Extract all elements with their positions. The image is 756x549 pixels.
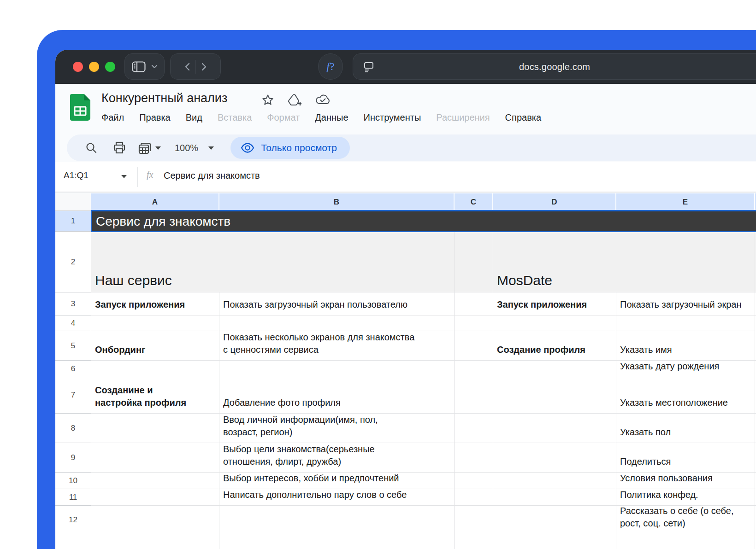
menu-tools[interactable]: Инструменты (364, 112, 421, 123)
cell-a4[interactable] (91, 315, 219, 331)
back-button[interactable] (184, 63, 190, 71)
paint-format-caret-icon[interactable] (155, 146, 161, 150)
cell-e8[interactable]: Указать пол (616, 414, 755, 443)
cell-c12[interactable] (455, 506, 493, 534)
cell-d13[interactable] (493, 534, 616, 549)
formula-bar-value[interactable]: Сервис для знакомств (164, 170, 260, 181)
cell-d9[interactable] (493, 443, 616, 473)
cloud-saved-icon[interactable] (315, 94, 330, 106)
menu-data[interactable]: Данные (315, 112, 348, 123)
row-header-3[interactable]: 3 (55, 292, 91, 315)
search-icon[interactable] (85, 142, 97, 154)
cell-a10[interactable] (91, 473, 219, 489)
address-bar[interactable]: docs.google.com (353, 53, 756, 80)
column-header-c[interactable]: C (455, 193, 493, 211)
sheets-logo-icon[interactable] (70, 94, 90, 121)
row-header-4[interactable]: 4 (55, 315, 91, 331)
cell-c10[interactable] (455, 473, 493, 489)
cell-c2[interactable] (455, 232, 493, 292)
cell-a13[interactable] (91, 534, 219, 549)
cell-c3[interactable] (455, 292, 493, 315)
cell-c7[interactable] (455, 377, 493, 414)
cell-c9[interactable] (455, 443, 493, 473)
cell-e4[interactable] (616, 315, 755, 331)
document-title[interactable]: Конкурентный анализ (101, 91, 227, 105)
print-icon[interactable] (113, 141, 126, 154)
cell-e10[interactable]: Условия пользования (616, 473, 755, 489)
cell-mosdate[interactable]: MosDate (493, 232, 755, 292)
move-to-drive-icon[interactable] (288, 94, 301, 106)
row-header-10[interactable]: 10 (55, 473, 91, 489)
cell-b11[interactable]: Написать дополнительно пару слов о себе (219, 489, 455, 506)
cell-b7[interactable]: Добавление фото профиля (219, 377, 455, 414)
star-icon[interactable] (262, 94, 274, 106)
cell-c6[interactable] (455, 361, 493, 377)
row-header-2[interactable]: 2 (55, 232, 91, 292)
view-only-button[interactable]: Только просмотр (230, 137, 350, 159)
minimize-window-button[interactable] (89, 62, 99, 72)
column-header-a[interactable]: A (91, 193, 219, 211)
cell-e6[interactable]: Указать дату рождения (616, 361, 755, 377)
cell-b8[interactable]: Ввод личной информации(имя, пол, возраст… (219, 414, 455, 443)
cell-e5[interactable]: Указать имя (616, 331, 755, 361)
cell-d6[interactable] (493, 361, 616, 377)
cell-a11[interactable] (91, 489, 219, 506)
close-window-button[interactable] (73, 62, 83, 72)
reader-icon[interactable] (363, 61, 374, 72)
name-box[interactable]: A1:Q1 (64, 170, 89, 181)
cell-d5[interactable]: Создание профиля (493, 331, 616, 361)
menu-file[interactable]: Файл (101, 112, 124, 123)
cell-c13[interactable] (455, 534, 493, 549)
row-header-7[interactable]: 7 (55, 377, 91, 414)
cell-e7[interactable]: Указать местоположение (616, 377, 755, 414)
column-header-b[interactable]: B (219, 193, 455, 211)
cell-c4[interactable] (455, 315, 493, 331)
cell-b12[interactable] (219, 506, 455, 534)
row-header-9[interactable]: 9 (55, 443, 91, 473)
cell-d3[interactable]: Запуск приложения (493, 292, 616, 315)
zoom-window-button[interactable] (105, 62, 115, 72)
column-header-d[interactable]: D (493, 193, 616, 211)
column-header-e[interactable]: E (616, 193, 755, 211)
cell-b4[interactable] (219, 315, 455, 331)
menu-help[interactable]: Справка (505, 112, 541, 123)
row-header-12[interactable]: 12 (55, 506, 91, 534)
cell-e11[interactable]: Политика конфед. (616, 489, 755, 506)
cell-b13[interactable] (219, 534, 455, 549)
cell-a5[interactable]: Онбординг (91, 331, 219, 361)
row-header-8[interactable]: 8 (55, 414, 91, 443)
paint-format-icon[interactable] (138, 141, 152, 155)
cell-d8[interactable] (493, 414, 616, 443)
cell-c5[interactable] (455, 331, 493, 361)
cell-a3[interactable]: Запуск приложения (91, 292, 219, 315)
cell-b6[interactable] (219, 361, 455, 377)
cell-b10[interactable]: Выбор интересов, хобби и предпочтений (219, 473, 455, 489)
cell-a8[interactable] (91, 414, 219, 443)
extension-fn-button[interactable]: f? (318, 53, 343, 80)
menu-edit[interactable]: Правка (139, 112, 171, 123)
cell-e12[interactable]: Рассказать о себе (о себе, рост, соц. се… (616, 506, 755, 534)
cell-e9[interactable]: Поделиться (616, 443, 755, 473)
cell-b9[interactable]: Выбор цели знакомства(серьезные отношени… (219, 443, 455, 473)
cell-a9[interactable] (91, 443, 219, 473)
forward-button[interactable] (201, 63, 207, 71)
cell-d10[interactable] (493, 473, 616, 489)
cell-e13[interactable] (616, 534, 755, 549)
cell-a1-title[interactable]: Сервис для знакомств (91, 211, 756, 232)
cell-e3[interactable]: Показать загрузочный экран (616, 292, 755, 315)
select-all-corner[interactable] (55, 193, 91, 211)
row-header-5[interactable]: 5 (55, 331, 91, 361)
row-header-11[interactable]: 11 (55, 489, 91, 506)
sidebar-toggle-button[interactable] (124, 53, 165, 80)
cell-b3[interactable]: Показать загрузочный экран пользователю (219, 292, 455, 315)
cell-b5[interactable]: Показать несколько экранов для знакомств… (219, 331, 455, 361)
cell-d12[interactable] (493, 506, 616, 534)
cell-our-service[interactable]: Наш сервис (91, 232, 455, 292)
cell-a7[interactable]: Созданине и настройка профиля (91, 377, 219, 414)
zoom-level[interactable]: 100% (175, 143, 198, 153)
name-box-caret-icon[interactable] (121, 175, 127, 178)
cell-a6[interactable] (91, 361, 219, 377)
cell-a12[interactable] (91, 506, 219, 534)
cell-d11[interactable] (493, 489, 616, 506)
row-header-13[interactable]: 13 (55, 534, 91, 549)
